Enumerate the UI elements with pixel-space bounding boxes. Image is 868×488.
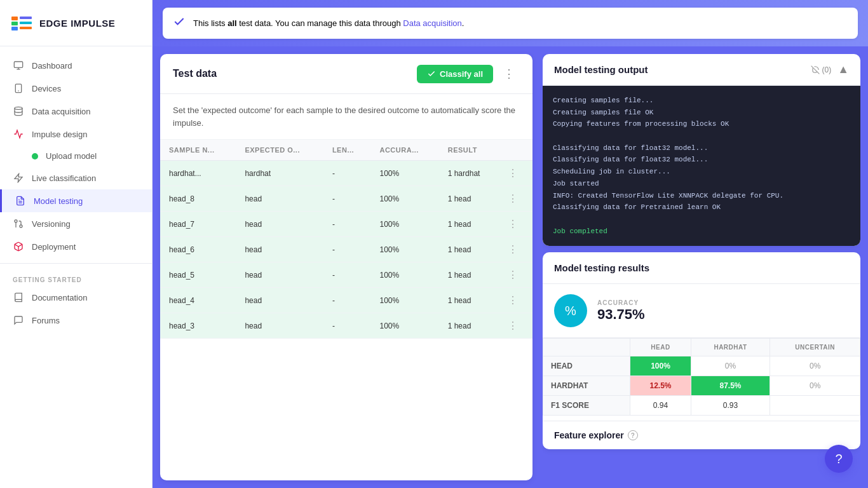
matrix-cell: 0% (770, 376, 860, 396)
cell-actions: ⋮ (499, 237, 532, 262)
model-results-card: Model testing results % ACCURACY 93.75% (543, 252, 860, 449)
svg-rect-5 (20, 27, 32, 29)
log-area: Creating samples file... Creating sample… (543, 86, 860, 246)
cell-sample: head_6 (160, 237, 236, 262)
cell-expected: hardhat (236, 161, 323, 186)
table-row: head_7 head - 100% 1 head ⋮ (160, 212, 532, 237)
sidebar-item-model-testing[interactable]: Model testing (0, 189, 152, 212)
sidebar-item-data-acquisition[interactable]: Data acquisition (0, 100, 152, 123)
right-panel: Model testing output (0) ▲ Creating samp… (543, 54, 860, 480)
results-title: Model testing results (554, 262, 649, 273)
sidebar-item-deployment[interactable]: Deployment (0, 235, 152, 258)
monitor-icon (13, 60, 24, 71)
data-acquisition-link[interactable]: Data acquisition (403, 18, 462, 28)
zap-icon (13, 172, 24, 184)
sidebar-item-live-classification[interactable]: Live classification (0, 166, 152, 189)
classify-all-button[interactable]: Classify all (417, 65, 493, 83)
sidebar-item-devices[interactable]: Devices (0, 77, 152, 100)
sidebar-item-dashboard[interactable]: Dashboard (0, 54, 152, 77)
svg-rect-6 (14, 62, 22, 67)
cell-length: - (323, 288, 371, 313)
row-menu-button[interactable]: ⋮ (508, 294, 518, 306)
cell-result: 1 head (439, 262, 499, 288)
matrix-cell: 0% (691, 356, 770, 376)
sidebar-item-label: Deployment (32, 242, 76, 252)
cell-sample: head_5 (160, 262, 236, 288)
database-icon (13, 105, 24, 117)
bell-off-icon (811, 65, 820, 74)
sidebar-nav: Dashboard Devices Data acquisition Impul… (0, 46, 152, 488)
cell-actions: ⋮ (499, 313, 532, 339)
sidebar-item-label: Data acquisition (32, 107, 91, 116)
model-output-header: Model testing output (0) ▲ (543, 54, 860, 86)
cell-actions: ⋮ (499, 212, 532, 237)
col-accuracy: ACCURA... (370, 140, 438, 161)
table-row: head_4 head - 100% 1 head ⋮ (160, 288, 532, 313)
log-line (553, 130, 850, 142)
sidebar-item-impulse-design[interactable]: Impulse design (0, 123, 152, 146)
matrix-row-label: F1 SCORE (543, 396, 630, 416)
col-result: RESULT (439, 140, 499, 161)
matrix-cell: 87.5% (691, 376, 770, 396)
matrix-cell: 100% (630, 356, 691, 376)
log-line: Copying features from processing blocks … (553, 118, 850, 130)
sidebar-item-upload-model[interactable]: Upload model (0, 146, 152, 166)
svg-point-16 (15, 220, 17, 222)
model-output-title: Model testing output (554, 64, 648, 75)
collapse-output-button[interactable]: ▲ (837, 63, 849, 76)
feature-help-icon[interactable]: ? (628, 430, 638, 440)
sidebar-item-versioning[interactable]: Versioning (0, 212, 152, 235)
row-menu-button[interactable]: ⋮ (508, 269, 518, 281)
svg-rect-0 (11, 17, 18, 20)
sidebar-item-forums[interactable]: Forums (0, 309, 152, 332)
cell-length: - (323, 212, 371, 237)
git-icon (13, 218, 24, 229)
sidebar-item-label: Impulse design (32, 130, 87, 139)
accuracy-label: ACCURACY (597, 299, 645, 306)
percent-icon: % (565, 304, 576, 318)
help-fab-button[interactable]: ? (825, 445, 853, 473)
cell-result: 1 head (439, 313, 499, 339)
accuracy-value: 93.75% (597, 306, 645, 323)
cell-sample: head_4 (160, 288, 236, 313)
log-line: Classifying data for float32 model... (553, 154, 850, 166)
row-menu-button[interactable]: ⋮ (508, 243, 518, 255)
sidebar: EDGE IMPULSE Dashboard Devices Data acqu… (0, 0, 153, 488)
test-data-tbody: hardhat... hardhat - 100% 1 hardhat ⋮ he… (160, 161, 532, 339)
sidebar-item-documentation[interactable]: Documentation (0, 286, 152, 309)
dot-green-icon (32, 153, 38, 159)
cell-result: 1 head (439, 288, 499, 313)
feature-explorer-title: Feature explorer (554, 430, 624, 440)
divider (0, 263, 152, 264)
matrix-row-head: HEAD 100% 0% 0% (543, 356, 860, 376)
row-menu-button[interactable]: ⋮ (508, 193, 518, 205)
cell-expected: head (236, 313, 323, 339)
svg-point-15 (20, 225, 22, 227)
matrix-row-label: HEAD (543, 356, 630, 376)
logo-area: EDGE IMPULSE (0, 0, 152, 46)
row-menu-button[interactable]: ⋮ (508, 167, 518, 179)
matrix-cell: 0.94 (630, 396, 691, 416)
test-data-more-button[interactable]: ⋮ (498, 64, 520, 83)
cell-length: - (323, 313, 371, 339)
banner-message: This lists all test data. You can manage… (163, 8, 858, 39)
app-name: EDGE IMPULSE (39, 18, 115, 29)
row-menu-button[interactable]: ⋮ (508, 320, 518, 332)
matrix-col-hardhat: HARDHAT (691, 339, 770, 356)
model-output-card: Model testing output (0) ▲ Creating samp… (543, 54, 860, 246)
cell-expected: head (236, 237, 323, 262)
cell-result: 1 head (439, 212, 499, 237)
matrix-body: HEAD 100% 0% 0% HARDHAT 12.5% 87.5% 0% (543, 356, 860, 416)
cell-expected: head (236, 288, 323, 313)
cell-actions: ⋮ (499, 288, 532, 313)
col-sample-name: SAMPLE N... (160, 140, 236, 161)
sidebar-item-label: Versioning (32, 219, 71, 229)
cell-length: - (323, 186, 371, 212)
cell-length: - (323, 161, 371, 186)
sidebar-item-label: Forums (32, 316, 60, 325)
row-menu-button[interactable]: ⋮ (508, 218, 518, 230)
content-area: Test data Classify all ⋮ Set the 'expect… (153, 46, 868, 488)
confusion-matrix: HEAD HARDHAT UNCERTAIN HEAD 100% 0% 0% (543, 338, 860, 416)
log-line: Creating samples file... (553, 95, 850, 107)
confusion-matrix-wrapper: HEAD HARDHAT UNCERTAIN HEAD 100% 0% 0% (543, 338, 860, 421)
